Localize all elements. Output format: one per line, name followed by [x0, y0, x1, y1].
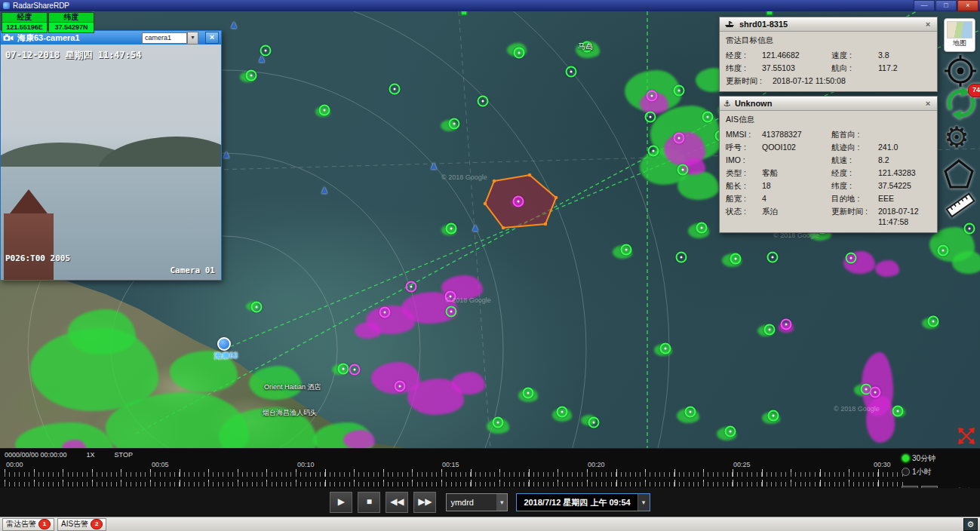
radar-target-marker[interactable]: [674, 85, 685, 97]
radar-target-marker[interactable]: [389, 84, 401, 95]
ais-target-marker[interactable]: [431, 163, 437, 170]
radar-target-marker[interactable]: [446, 223, 457, 235]
radar-target-marker[interactable]: [246, 70, 257, 81]
radar-target-marker[interactable]: [406, 281, 417, 293]
basemap-switch-button[interactable]: 地图: [944, 18, 975, 52]
radar-target-marker[interactable]: [478, 96, 489, 107]
measure-ruler-icon[interactable]: [944, 192, 977, 219]
field-label: 经度 :: [831, 167, 878, 178]
map-edge-marker[interactable]: [461, 11, 468, 16]
radar-target-marker[interactable]: [338, 364, 349, 375]
field-value: EEE: [878, 193, 931, 204]
camera-selector[interactable]: camera1: [142, 32, 187, 44]
ais-alarm-button[interactable]: AIS告警 2: [57, 518, 106, 531]
center-target-icon[interactable]: [944, 54, 977, 87]
statusbar-settings-button[interactable]: ⚙: [963, 518, 978, 531]
radar-target-marker[interactable]: [846, 253, 857, 264]
ais-target-marker[interactable]: [472, 225, 478, 232]
radar-target-marker[interactable]: [493, 417, 504, 428]
radar-target-marker[interactable]: [870, 387, 881, 398]
radar-target-marker[interactable]: [260, 45, 272, 57]
camera-window[interactable]: 海康63-camera1 camera1 ▾ × 07-12-2018 星期四 …: [0, 30, 222, 281]
camera-selector-arrow-icon[interactable]: ▾: [187, 32, 198, 45]
fast-forward-button[interactable]: ▶▶: [413, 492, 436, 513]
radar-target-marker[interactable]: [764, 324, 776, 336]
radar-target-marker[interactable]: [685, 407, 696, 418]
refresh-tool[interactable]: 74: [944, 86, 978, 121]
radar-target-marker[interactable]: [514, 48, 525, 59]
chevron-down-icon[interactable]: ▾: [496, 494, 507, 511]
timeline-ruler-radar[interactable]: [5, 469, 904, 477]
fullscreen-expand-icon[interactable]: [957, 426, 976, 446]
radar-alarm-button[interactable]: 雷达告警 1: [2, 518, 54, 531]
maximize-button[interactable]: □: [935, 0, 957, 11]
rewind-button[interactable]: ◀◀: [386, 492, 408, 513]
radar-target-marker[interactable]: [730, 253, 742, 265]
ais-panel-close-button[interactable]: ×: [923, 99, 933, 108]
ais-target-marker[interactable]: [223, 152, 229, 158]
radar-target-marker[interactable]: [892, 406, 904, 417]
latitude-value: 37.54297N: [49, 23, 94, 32]
hotel-label: Orient Haitian 酒店: [264, 382, 321, 392]
radar-target-marker[interactable]: [379, 307, 391, 318]
radar-target-marker[interactable]: [566, 66, 577, 78]
radar-target-marker[interactable]: [676, 252, 687, 263]
radar-target-marker[interactable]: [251, 302, 263, 313]
radar-target-marker[interactable]: [645, 112, 656, 123]
stop-button[interactable]: ■: [358, 492, 380, 513]
radar-target-marker[interactable]: [621, 244, 632, 256]
radar-target-marker[interactable]: [446, 306, 457, 318]
close-button[interactable]: ×: [957, 0, 978, 11]
camera-close-button[interactable]: ×: [205, 32, 219, 44]
radar-target-marker[interactable]: [696, 223, 708, 234]
radar-echo-green: [68, 309, 136, 355]
radar-panel-close-button[interactable]: ×: [923, 20, 933, 29]
radar-target-marker[interactable]: [660, 343, 671, 355]
ais-target-marker[interactable]: [231, 22, 237, 29]
camera-osd-datetime: 07-12-2018 星期四 11:47:54: [5, 49, 142, 62]
radar-target-marker[interactable]: [928, 316, 939, 327]
radar-target-marker[interactable]: [648, 146, 659, 157]
radar-target-marker[interactable]: [674, 133, 685, 144]
wharf-label: 烟台海昌渔人码头: [263, 408, 317, 418]
play-button[interactable]: ▶: [330, 492, 352, 513]
radar-target-marker[interactable]: [395, 381, 406, 392]
radar-target-marker[interactable]: [588, 417, 600, 428]
timeline-ruler-ais[interactable]: [5, 480, 904, 486]
draw-polygon-icon[interactable]: [944, 158, 974, 189]
radar-target-marker[interactable]: [767, 252, 779, 263]
settings-gear-icon[interactable]: ⚙: [944, 122, 969, 152]
playback-mode-select[interactable]: ymdrd ▾: [446, 493, 508, 511]
field-label: 类型 :: [726, 167, 762, 178]
radar-target-marker[interactable]: [523, 388, 534, 399]
radar-target-marker[interactable]: [449, 118, 460, 130]
radar-target-marker[interactable]: [781, 319, 792, 330]
radar-target-marker[interactable]: [725, 426, 736, 437]
titlebar[interactable]: RadarShareRDP — □ ×: [0, 0, 980, 11]
ais-panel-header[interactable]: ⚓ Unknown ×: [720, 97, 937, 111]
radar-target-marker[interactable]: [938, 245, 949, 256]
chevron-down-icon[interactable]: ▾: [637, 494, 650, 511]
field-label: 船首向 :: [831, 129, 878, 140]
radar-panel-header[interactable]: shrd01-8315 ×: [720, 17, 937, 32]
ais-target-marker[interactable]: [259, 56, 265, 63]
radar-target-marker[interactable]: [557, 407, 568, 418]
radar-target-marker[interactable]: [768, 410, 779, 422]
radar-target-marker[interactable]: [647, 91, 658, 102]
minimize-button[interactable]: —: [914, 0, 935, 11]
timeline-panel[interactable]: 0000/00/00 00:00:00 1X STOP 00:00 00:05 …: [0, 448, 980, 489]
camera-video-feed: 07-12-2018 星期四 11:47:54 P026:T00 2005 Ca…: [1, 45, 221, 280]
radar-target-marker[interactable]: [702, 112, 714, 123]
radar-target-marker[interactable]: [513, 196, 524, 207]
radar-target-marker[interactable]: [319, 105, 330, 116]
radar-target-marker[interactable]: [349, 364, 361, 376]
radar-target-marker[interactable]: [677, 164, 689, 176]
ais-target-marker[interactable]: [321, 187, 327, 194]
map-edge-marker[interactable]: [766, 11, 773, 16]
range-30min-radio[interactable]: 30分钟: [902, 453, 935, 464]
camera-site-marker[interactable]: [217, 337, 231, 351]
field-label: MMSI :: [726, 129, 762, 140]
playback-datetime-picker[interactable]: 2018/7/12 星期四 上午 09:54 ▾: [516, 493, 650, 511]
radar-echo-magenta: [451, 372, 485, 394]
range-1hour-radio[interactable]: 1小时: [902, 467, 932, 477]
